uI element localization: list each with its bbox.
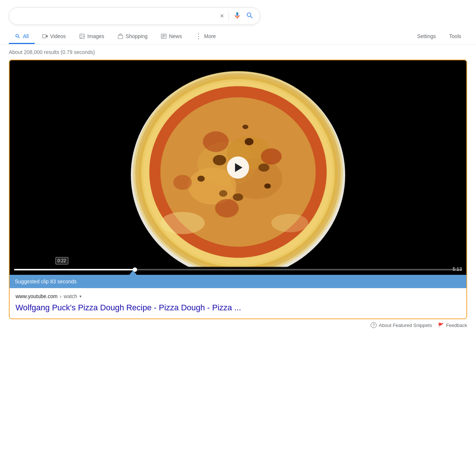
svg-point-0 bbox=[237, 13, 238, 14]
svg-point-5 bbox=[81, 35, 82, 36]
news-tab-icon bbox=[161, 33, 167, 39]
divider bbox=[228, 12, 229, 21]
result-count: About 208,000 results (0.79 seconds) bbox=[0, 45, 476, 60]
tab-all[interactable]: All bbox=[9, 30, 35, 44]
timeline-bar[interactable] bbox=[14, 269, 462, 270]
flag-icon: 🚩 bbox=[438, 323, 444, 328]
svg-point-33 bbox=[160, 212, 205, 234]
result-title-text: Wolfgang Puck's Pizza Dough Recipe - Piz… bbox=[16, 303, 241, 312]
feedback-label: Feedback bbox=[446, 323, 467, 328]
source-info: www.youtube.com › watch ▾ bbox=[10, 288, 466, 301]
tab-images-label: Images bbox=[87, 33, 104, 39]
tools-label: Tools bbox=[449, 33, 461, 39]
svg-point-20 bbox=[245, 138, 254, 145]
shopping-tab-icon bbox=[118, 33, 123, 39]
total-time-text: 5:13 bbox=[453, 266, 462, 272]
clear-icon[interactable]: × bbox=[220, 12, 224, 20]
more-tab-icon: ⋮ bbox=[195, 33, 202, 40]
svg-point-25 bbox=[219, 190, 227, 197]
play-button[interactable] bbox=[227, 156, 249, 179]
tab-videos[interactable]: Videos bbox=[36, 30, 72, 44]
nav-settings: Settings Tools bbox=[411, 30, 467, 44]
current-time-badge: 0:22 bbox=[55, 257, 68, 264]
search-input[interactable]: wolfgang puck pizza dough recipe bbox=[15, 12, 220, 20]
suggested-clip-bar: Suggested clip 83 seconds bbox=[10, 275, 466, 288]
source-path: watch bbox=[64, 293, 77, 299]
tools-link[interactable]: Tools bbox=[443, 30, 467, 44]
source-domain: www.youtube.com bbox=[16, 293, 58, 299]
svg-rect-2 bbox=[42, 34, 46, 38]
svg-point-21 bbox=[258, 163, 269, 172]
tab-images[interactable]: Images bbox=[73, 30, 110, 44]
videos-tab-icon bbox=[42, 33, 48, 39]
source-url: www.youtube.com › watch ▾ bbox=[16, 293, 460, 299]
tab-shopping[interactable]: Shopping bbox=[112, 30, 153, 44]
tab-news-label: News bbox=[169, 33, 182, 39]
video-controls: 0:22 5:13 bbox=[10, 267, 466, 275]
current-time-text: 0:22 bbox=[58, 258, 66, 263]
svg-point-34 bbox=[271, 214, 308, 232]
svg-point-31 bbox=[215, 199, 239, 217]
magnifier-icon bbox=[246, 11, 254, 20]
snippet-footer: ? About Featured Snippets 🚩 Feedback bbox=[0, 319, 476, 331]
search-button[interactable] bbox=[246, 11, 254, 21]
search-icons: × bbox=[220, 11, 254, 21]
svg-point-24 bbox=[264, 183, 271, 189]
tab-more-label: More bbox=[204, 33, 216, 39]
help-circle-icon: ? bbox=[371, 322, 377, 328]
svg-point-23 bbox=[233, 193, 243, 201]
all-tab-icon bbox=[15, 33, 21, 39]
tab-news[interactable]: News bbox=[155, 30, 188, 44]
play-icon bbox=[235, 163, 242, 172]
featured-card: 0:22 5:13 Suggested clip 83 seconds www.… bbox=[9, 60, 467, 319]
settings-link[interactable]: Settings bbox=[411, 30, 442, 44]
suggested-clip-text: Suggested clip 83 seconds bbox=[15, 279, 76, 284]
images-tab-icon bbox=[79, 33, 85, 39]
microphone-icon bbox=[233, 11, 241, 20]
svg-point-32 bbox=[173, 175, 192, 190]
timeline-progress bbox=[14, 269, 135, 270]
about-snippets-label: About Featured Snippets bbox=[379, 323, 432, 328]
svg-point-26 bbox=[242, 125, 248, 129]
feedback-item[interactable]: 🚩 Feedback bbox=[438, 323, 467, 328]
clip-pointer bbox=[129, 270, 137, 275]
tab-videos-label: Videos bbox=[50, 33, 66, 39]
source-separator: › bbox=[60, 293, 62, 299]
search-bar: wolfgang puck pizza dough recipe × bbox=[9, 7, 260, 25]
settings-label: Settings bbox=[417, 33, 436, 39]
svg-point-22 bbox=[197, 176, 205, 182]
source-dropdown-icon[interactable]: ▾ bbox=[79, 294, 82, 299]
result-title-link[interactable]: Wolfgang Puck's Pizza Dough Recipe - Piz… bbox=[10, 301, 466, 318]
tab-shopping-label: Shopping bbox=[126, 33, 147, 39]
header: wolfgang puck pizza dough recipe × bbox=[0, 0, 476, 25]
tab-all-label: All bbox=[23, 33, 29, 39]
svg-point-19 bbox=[213, 155, 226, 165]
microphone-button[interactable] bbox=[233, 11, 241, 21]
video-container[interactable]: 0:22 5:13 bbox=[10, 60, 466, 275]
svg-marker-3 bbox=[46, 35, 47, 38]
about-snippets-item[interactable]: ? About Featured Snippets bbox=[371, 322, 432, 328]
result-count-text: About 208,000 results (0.79 seconds) bbox=[9, 49, 95, 55]
nav-tabs: All Videos Images Shopping News bbox=[0, 25, 476, 45]
svg-point-1 bbox=[237, 16, 238, 17]
svg-point-29 bbox=[203, 131, 229, 152]
tab-more[interactable]: ⋮ More bbox=[189, 29, 222, 44]
svg-point-30 bbox=[261, 148, 282, 165]
